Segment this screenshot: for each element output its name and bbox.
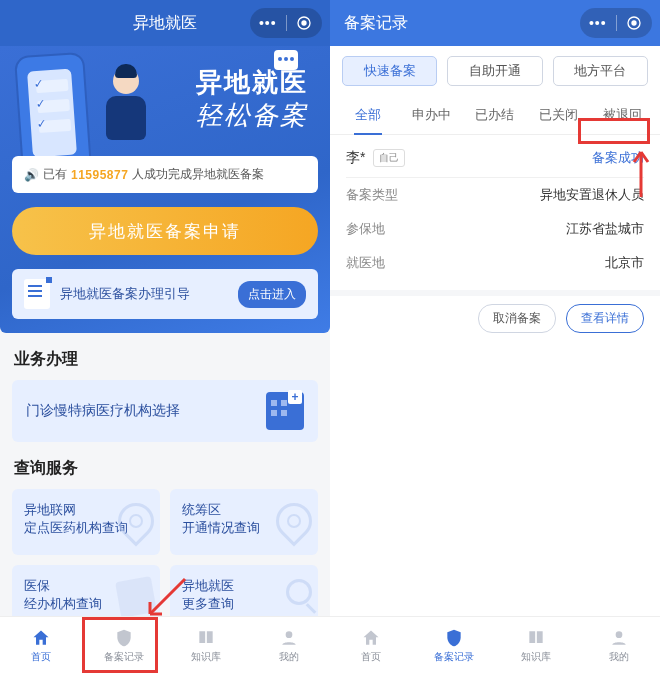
speaker-icon: 🔊 [24, 168, 39, 182]
pill-fast[interactable]: 快速备案 [342, 56, 437, 86]
view-detail-button[interactable]: 查看详情 [566, 304, 644, 333]
tab-rejected[interactable]: 被退回 [590, 96, 654, 134]
magnifier-icon [286, 579, 312, 605]
svg-point-5 [615, 631, 622, 638]
record-card[interactable]: 李* 自己 备案成功 备案类型异地安置退休人员 参保地江苏省盐城市 就医地北京市 [330, 135, 660, 296]
phone-illustration [14, 52, 92, 156]
stat-bar: 🔊 已有 11595877 人成功完成异地就医备案 [12, 156, 318, 193]
query-card-region[interactable]: 统筹区开通情况查询 [170, 489, 318, 555]
svg-point-1 [302, 20, 307, 25]
more-icon[interactable]: ••• [580, 15, 616, 31]
status-tabs: 全部 申办中 已办结 已关闭 被退回 [330, 96, 660, 135]
tab-record[interactable]: 备案记录 [83, 617, 166, 674]
header-title: 异地就医 [133, 13, 197, 34]
query-card-network[interactable]: 异地联网定点医药机构查询 [12, 489, 160, 555]
tab-record[interactable]: 备案记录 [413, 617, 496, 674]
header-left: 异地就医 ••• [0, 0, 330, 46]
user-icon [609, 628, 629, 648]
miniprogram-capsule[interactable]: ••• [250, 8, 322, 38]
home-icon [31, 628, 51, 648]
svg-point-4 [632, 20, 637, 25]
section-title-biz: 业务办理 [0, 333, 330, 380]
tab-closed[interactable]: 已关闭 [527, 96, 591, 134]
more-icon[interactable]: ••• [250, 15, 286, 31]
tab-mine[interactable]: 我的 [248, 617, 331, 674]
guide-text: 异地就医备案办理引导 [60, 285, 228, 303]
tabbar-right: 首页 备案记录 知识库 我的 [330, 616, 660, 674]
pill-local[interactable]: 地方平台 [553, 56, 648, 86]
tab-processing[interactable]: 申办中 [400, 96, 464, 134]
relation-tag: 自己 [373, 149, 405, 167]
book-icon [526, 628, 546, 648]
person-illustration [98, 68, 154, 148]
document-stack-icon [115, 576, 157, 618]
document-icon [24, 279, 50, 309]
biz-card[interactable]: 门诊慢特病医疗机构选择 [12, 380, 318, 442]
filter-pills: 快速备案 自助开通 地方平台 [330, 46, 660, 96]
header-title-right: 备案记录 [344, 13, 408, 34]
tab-home[interactable]: 首页 [0, 617, 83, 674]
book-icon [196, 628, 216, 648]
record-status: 备案成功 [592, 149, 644, 167]
svg-point-2 [285, 631, 292, 638]
guide-enter-button[interactable]: 点击进入 [238, 281, 306, 308]
user-icon [279, 628, 299, 648]
shield-icon [114, 628, 134, 648]
close-target-icon[interactable] [287, 15, 323, 31]
hospital-icon [266, 392, 304, 430]
tab-mine[interactable]: 我的 [578, 617, 661, 674]
miniprogram-capsule[interactable]: ••• [580, 8, 652, 38]
section-title-query: 查询服务 [0, 442, 330, 489]
apply-button[interactable]: 异地就医备案申请 [12, 207, 318, 255]
tab-kb[interactable]: 知识库 [165, 617, 248, 674]
tab-kb[interactable]: 知识库 [495, 617, 578, 674]
stat-count: 11595877 [71, 168, 128, 182]
shield-icon [444, 628, 464, 648]
tab-done[interactable]: 已办结 [463, 96, 527, 134]
hero-banner: 异地就医 轻松备案 🔊 已有 11595877 人成功完成异地就医备案 异地就医… [0, 46, 330, 333]
guide-card[interactable]: 异地就医备案办理引导 点击进入 [12, 269, 318, 319]
pill-self[interactable]: 自助开通 [447, 56, 542, 86]
header-right: 备案记录 ••• [330, 0, 660, 46]
record-name: 李* [346, 149, 365, 167]
tabbar-left: 首页 备案记录 知识库 我的 [0, 616, 330, 674]
tab-home[interactable]: 首页 [330, 617, 413, 674]
home-icon [361, 628, 381, 648]
tab-all[interactable]: 全部 [336, 96, 400, 134]
hero-title-line1: 异地就医 [196, 66, 308, 99]
close-target-icon[interactable] [617, 15, 653, 31]
hero-title-line2: 轻松备案 [196, 99, 308, 132]
cancel-record-button[interactable]: 取消备案 [478, 304, 556, 333]
